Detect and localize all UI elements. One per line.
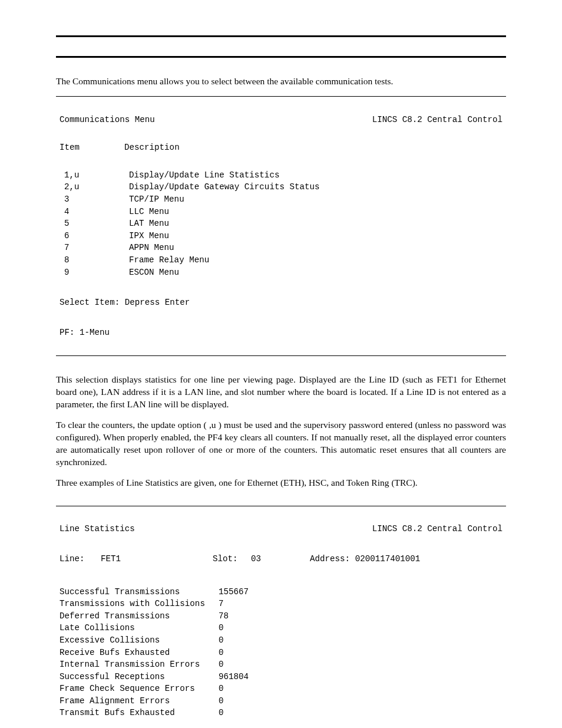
stat-row: Internal Transmission Errors0 <box>59 658 503 671</box>
menu-item-key: 2,u <box>59 181 129 193</box>
addr-label: Address: <box>310 554 350 564</box>
stat-value: 155667 <box>219 586 249 598</box>
stat-value: 0 <box>219 658 224 671</box>
menu-row[interactable]: 7APPN Menu <box>59 242 503 254</box>
menu-item-key: 5 <box>59 218 129 230</box>
stat-row: Successful Transmissions155667 <box>59 586 503 598</box>
stat-label: Receive Bufs Exhausted <box>59 647 219 659</box>
stat-label: Frame Check Sequence Errors <box>59 683 219 695</box>
line-label: Line: <box>59 553 101 565</box>
stat-value: 0 <box>219 647 224 659</box>
stat-value: 0 <box>219 707 224 719</box>
stat-value: 0 <box>219 695 224 707</box>
stat-row: Deferred Transmissions78 <box>59 610 503 622</box>
menu-item-key: 1,u <box>59 169 129 182</box>
para-2: To clear the counters, the update option… <box>56 419 506 469</box>
menu-item-key: 8 <box>59 254 129 266</box>
communications-menu-panel: Communications Menu LINCS C8.2 Central C… <box>56 96 506 356</box>
stat-label: Deferred Transmissions <box>59 610 219 622</box>
line-value: FET1 <box>101 553 213 565</box>
stat-row: Successful Receptions961804 <box>59 671 503 683</box>
menu-system: LINCS C8.2 Central Control <box>372 114 503 126</box>
menu-row[interactable]: 6IPX Menu <box>59 230 503 242</box>
stat-row: Receive Bufs Exhausted0 <box>59 647 503 659</box>
stat-row: Frame Alignment Errors0 <box>59 695 503 707</box>
menu-row[interactable]: 2,uDisplay/Update Gateway Circuits Statu… <box>59 181 503 193</box>
stat-value: 78 <box>219 610 229 622</box>
stats-title: Line Statistics <box>59 523 135 535</box>
stat-value: 961804 <box>219 671 249 683</box>
menu-item-desc: LAT Menu <box>129 218 169 230</box>
stat-value: 0 <box>219 634 224 647</box>
stat-label: Transmit Bufs Exhausted <box>59 707 219 719</box>
stat-label: Late Collisions <box>59 622 219 634</box>
addr-value: 0200117401001 <box>355 554 421 564</box>
stat-value: 7 <box>219 598 224 610</box>
menu-row[interactable]: 1,uDisplay/Update Line Statistics <box>59 169 503 182</box>
top-rule-1 <box>56 35 506 37</box>
menu-item-desc: Display/Update Gateway Circuits Status <box>129 181 320 193</box>
stat-label: Successful Transmissions <box>59 586 219 598</box>
menu-row[interactable]: 3TCP/IP Menu <box>59 193 503 206</box>
menu-item-key: 4 <box>59 206 129 218</box>
stat-row: Transmit Bufs Exhausted0 <box>59 707 503 719</box>
para-1: This selection displays statistics for o… <box>56 374 506 411</box>
menu-row[interactable]: 8Frame Relay Menu <box>59 254 503 266</box>
stat-value: 0 <box>219 683 224 695</box>
stat-row: Transmissions with Collisions7 <box>59 598 503 610</box>
menu-item-desc: Display/Update Line Statistics <box>129 169 279 182</box>
menu-item-desc: APPN Menu <box>129 242 174 254</box>
menu-item-desc: IPX Menu <box>129 230 169 242</box>
menu-item-desc: ESCON Menu <box>129 266 179 279</box>
menu-row[interactable]: 5LAT Menu <box>59 218 503 230</box>
stat-label: Transmissions with Collisions <box>59 598 219 610</box>
menu-item-key: 6 <box>59 230 129 242</box>
menu-title: Communications Menu <box>59 114 155 126</box>
intro-paragraph: The Communications menu allows you to se… <box>56 75 506 88</box>
slot-value: 03 <box>251 553 310 565</box>
menu-item-desc: LLC Menu <box>129 206 169 218</box>
menu-item-desc: Frame Relay Menu <box>129 254 209 266</box>
stat-row: Late Collisions0 <box>59 622 503 634</box>
stat-value: 0 <box>219 622 224 634</box>
stat-row: Excessive Collisions0 <box>59 634 503 647</box>
stat-label: Excessive Collisions <box>59 634 219 647</box>
menu-row[interactable]: 9ESCON Menu <box>59 266 503 279</box>
stat-row: Frame Check Sequence Errors0 <box>59 683 503 695</box>
para-3: Three examples of Line Statistics are gi… <box>56 477 506 489</box>
menu-item-key: 9 <box>59 266 129 279</box>
pf-line: PF: 1-Menu <box>59 327 503 339</box>
stat-label: Frame Alignment Errors <box>59 695 219 707</box>
select-item-line: Select Item: Depress Enter <box>59 297 503 309</box>
top-rule-2 <box>56 56 506 58</box>
slot-label: Slot: <box>213 553 251 565</box>
line-statistics-panel: Line Statistics LINCS C8.2 Central Contr… <box>56 506 506 728</box>
menu-item-key: 3 <box>59 193 129 206</box>
stat-label: Internal Transmission Errors <box>59 658 219 671</box>
col-item: Item <box>59 141 124 154</box>
stat-label: Successful Receptions <box>59 671 219 683</box>
menu-item-desc: TCP/IP Menu <box>129 193 184 206</box>
menu-item-key: 7 <box>59 242 129 254</box>
col-desc: Description <box>124 141 180 154</box>
stats-system: LINCS C8.2 Central Control <box>372 523 503 535</box>
menu-row[interactable]: 4LLC Menu <box>59 206 503 218</box>
